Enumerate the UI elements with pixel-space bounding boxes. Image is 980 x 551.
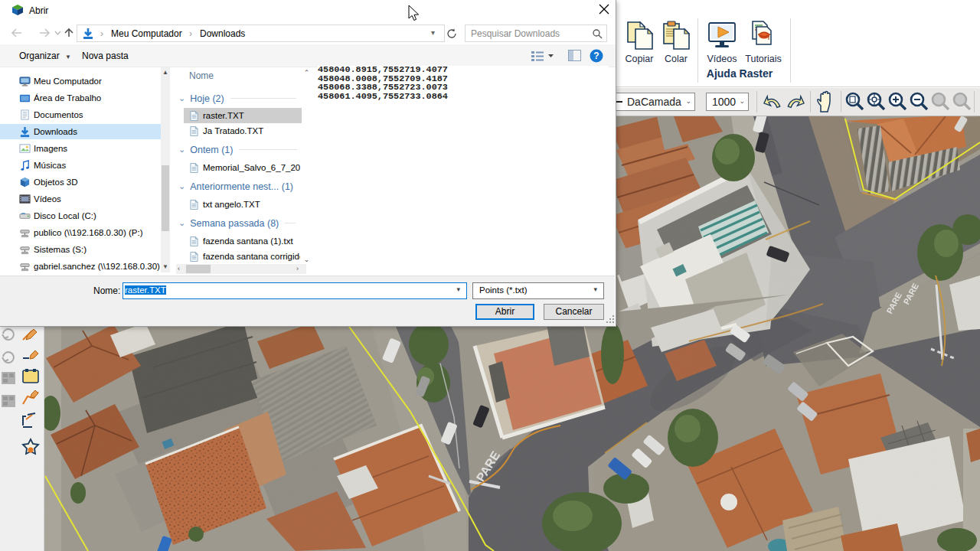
svg-text:?: ? bbox=[593, 51, 599, 61]
